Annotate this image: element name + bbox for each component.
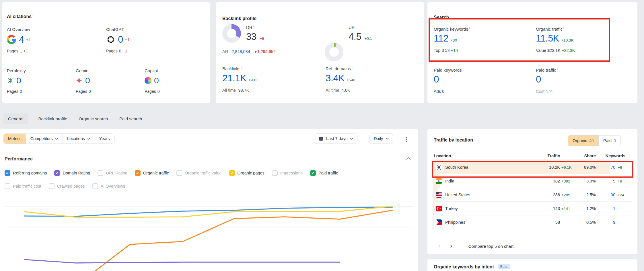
copilot-value[interactable]: 0 [154, 76, 159, 85]
metric-checkbox-row-1: Referring domains Domain Rating URL Rati… [5, 170, 338, 176]
checkbox-domain-rating[interactable]: Domain Rating [54, 170, 90, 176]
tab-organic-search[interactable]: Organic search [77, 113, 109, 124]
checkbox-organic-pages[interactable]: Organic pages [229, 170, 264, 176]
down-triangle-icon: ▼ [254, 50, 257, 54]
table-row-turkey[interactable]: Turkey 143 +141 1.2% 1 [433, 202, 632, 215]
info-icon[interactable]: i [32, 14, 33, 17]
ref-domains-block: Ref. domainsi 3.4K+540 All time4.6K [326, 66, 420, 93]
flag-united-states-icon [436, 192, 442, 198]
more-options-button[interactable] [404, 135, 408, 144]
keywords-by-intent-card: Organic keywords by intent Beta [427, 259, 637, 271]
divider [0, 149, 418, 149]
organic-traffic-value[interactable]: 11.5K [536, 33, 559, 44]
metrics-button[interactable]: Metrics [4, 134, 26, 144]
organic-paid-toggle: Organic40 Paid0 [568, 135, 621, 146]
table-row-philippines[interactable]: Philippines 58 0.5% 9 [433, 215, 632, 229]
info-icon[interactable]: i [356, 25, 356, 28]
location-name[interactable]: United States [445, 193, 470, 197]
gemini-icon [76, 77, 83, 84]
checkbox-ai-overviews[interactable]: AI Overviews [92, 183, 125, 189]
locations-button[interactable]: Locations [63, 134, 95, 144]
checkbox-url-rating[interactable]: URL Rating [98, 170, 127, 176]
tab-general[interactable]: General [3, 113, 28, 124]
location-name[interactable]: India [445, 179, 454, 183]
checkbox-impressions[interactable]: Impressions [272, 170, 303, 176]
divider [433, 234, 632, 234]
next-page-button[interactable]: › [450, 243, 452, 249]
page: { "icons": { "info": "i", "down_triangle… [0, 0, 644, 271]
keywords-link[interactable]: 1 [613, 206, 615, 211]
ar-value[interactable]: 2,848,084 [231, 49, 250, 54]
tab-paid-search[interactable]: Paid search [118, 113, 143, 124]
checkbox-crawled-pages[interactable]: Crawled pages [49, 183, 85, 189]
checkbox-paid-traffic[interactable]: Paid traffic [310, 170, 338, 176]
keywords-link[interactable]: 9 [613, 220, 615, 225]
dr-donut [222, 24, 241, 43]
location-name[interactable]: Turkey [445, 206, 458, 211]
ai-overview-value[interactable]: 4 [19, 34, 24, 45]
granularity-button[interactable]: Daily [369, 133, 393, 144]
tab-backlink-profile[interactable]: Backlink profile [37, 113, 68, 124]
info-icon[interactable]: i [241, 66, 242, 69]
prev-page-button[interactable]: ‹ [438, 243, 440, 249]
paid-traffic-value[interactable]: 0 [536, 74, 541, 85]
info-icon[interactable]: i [463, 67, 463, 70]
performance-line-chart[interactable] [0, 198, 418, 271]
metric-checkbox-row-2: Paid traffic cost Crawled pages AI Overv… [5, 183, 125, 189]
chatgpt-value[interactable]: 0 [118, 34, 123, 45]
date-range-button[interactable]: Last 7 days [314, 133, 357, 144]
years-button[interactable]: Years [95, 134, 114, 144]
perplexity-value[interactable]: 0 [16, 76, 21, 85]
info-icon[interactable]: i [469, 26, 470, 30]
chevron-down-icon [55, 138, 58, 140]
traffic-by-location-card: Traffic by location Organic40 Paid0 Loca… [427, 129, 637, 254]
section-tabs: General Backlink profile Organic search … [3, 113, 143, 124]
ur-value-row: 4.5 +0.1 [349, 32, 372, 42]
info-icon[interactable]: i [557, 67, 558, 70]
ur-donut [325, 43, 343, 61]
keywords-link[interactable]: 70 [611, 165, 615, 170]
google-icon [7, 35, 16, 44]
table-row-united-states[interactable]: United States 286 +285 2.5% 30 +24 [433, 188, 632, 202]
gemini-value[interactable]: 0 [85, 76, 90, 85]
location-name[interactable]: Philippines [445, 220, 465, 225]
location-name[interactable]: South Korea [445, 165, 468, 170]
checkbox-referring-domains[interactable]: Referring domains [5, 170, 47, 176]
keywords-link[interactable]: 30 [611, 193, 615, 197]
paid-traffic-block: Paid traffici 0 Cost N/A [536, 67, 631, 94]
competitors-button[interactable]: Competitors [26, 134, 63, 144]
collapse-chevron-up-icon[interactable] [406, 157, 411, 160]
info-icon[interactable]: i [563, 26, 564, 30]
chart-line-domain-rating [24, 260, 340, 263]
paid-keywords-value[interactable]: 0 [434, 74, 439, 85]
keywords-link[interactable]: 9 [613, 179, 615, 183]
checkbox-organic-traffic-value[interactable]: Organic traffic value [176, 170, 222, 176]
backlinks-value[interactable]: 21.1K [222, 73, 246, 83]
checkbox-paid-traffic-cost[interactable]: Paid traffic cost [5, 183, 41, 189]
checkbox-organic-traffic[interactable]: Organic traffic [135, 170, 169, 176]
organic-traffic-block: Organic traffici 11.5K+10.3K Value $23.1… [536, 26, 631, 53]
intent-title: Organic keywords by intent [434, 264, 494, 269]
info-icon[interactable]: i [253, 25, 254, 28]
perplexity-icon [7, 77, 14, 84]
table-row-india[interactable]: India 382 +382 3.3% 9 +8 [433, 174, 632, 188]
ur-label: URi [349, 25, 356, 30]
copilot-icon [145, 77, 151, 84]
compare-top5-link[interactable]: Compare top 5 on chart [468, 244, 514, 249]
search-card: Search Organic keywordsi 112+30 Top 3 53… [427, 2, 637, 103]
info-icon[interactable]: i [352, 66, 352, 69]
table-row-south-korea[interactable]: South Korea 10.2K +9.1K 89.0% 70 +6 [433, 160, 632, 174]
metric-perplexity: Perplexity 0 Pages0 [7, 68, 70, 94]
share-bar [433, 202, 435, 215]
chevron-down-icon [350, 138, 353, 140]
traffic-title: Traffic by location [434, 138, 473, 143]
ur-value: 4.5 [349, 31, 361, 42]
dr-value: 33 [246, 31, 256, 42]
ref-domains-value[interactable]: 3.4K [326, 73, 345, 83]
organic-keywords-value[interactable]: 112 [434, 33, 448, 44]
backlink-profile-card: Backlink profile DRi 33 −6 AR 2,848,084 … [216, 2, 424, 103]
toggle-paid[interactable]: Paid0 [598, 136, 620, 146]
toggle-organic[interactable]: Organic40 [568, 136, 598, 146]
intent-title-row: Organic keywords by intent Beta [434, 264, 510, 270]
traffic-table-header: Location Traffic Share Keywords [433, 152, 632, 160]
